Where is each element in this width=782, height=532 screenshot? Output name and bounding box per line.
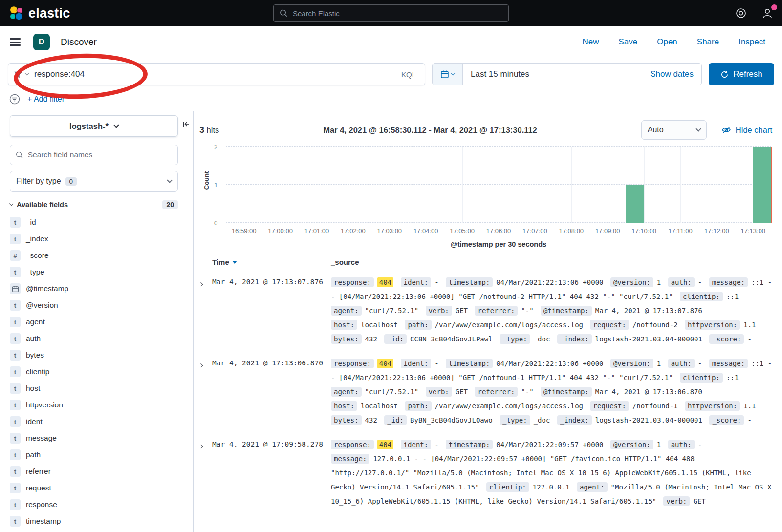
gridline <box>499 147 499 223</box>
source-field-name: bytes: <box>331 415 362 425</box>
chevron-down-icon <box>451 71 455 75</box>
time-column-sort[interactable]: Time <box>212 258 331 266</box>
sort-desc-icon <box>232 261 237 264</box>
field-item-_index[interactable]: t_index <box>10 231 178 247</box>
index-pattern-label: logstash-* <box>69 122 109 131</box>
nav-action-open[interactable]: Open <box>657 37 677 47</box>
field-item-path[interactable]: tpath <box>10 447 178 463</box>
field-item-agent[interactable]: tagent <box>10 314 178 330</box>
field-search-box[interactable] <box>10 145 178 165</box>
y-axis-tick: 0 <box>214 219 217 227</box>
field-search-input[interactable] <box>28 150 172 159</box>
calendar-menu-button[interactable] <box>433 64 463 85</box>
source-field-value: - <box>747 416 751 424</box>
histogram-bar[interactable] <box>753 147 771 223</box>
gridline <box>608 147 608 223</box>
field-name: _id <box>26 218 36 227</box>
expand-row-icon[interactable] <box>197 357 212 427</box>
source-field-name: auth: <box>668 277 695 287</box>
nav-action-inspect[interactable]: Inspect <box>739 37 765 47</box>
query-input-box[interactable]: KQL <box>8 63 425 85</box>
field-item-httpversion[interactable]: thttpversion <box>10 397 178 413</box>
time-range-button[interactable]: Last 15 minutes <box>463 69 537 79</box>
field-item-referrer[interactable]: treferrer <box>10 463 178 480</box>
field-item-_score[interactable]: #_score <box>10 247 178 264</box>
query-input[interactable] <box>34 69 398 79</box>
nav-action-save[interactable]: Save <box>618 37 637 47</box>
calendar-icon <box>440 70 449 79</box>
field-item-message[interactable]: tmessage <box>10 430 178 447</box>
gridline <box>281 147 281 223</box>
filter-set-icon[interactable] <box>9 93 21 105</box>
elastic-logo[interactable]: elastic <box>9 6 70 21</box>
field-item-_id[interactable]: t_id <box>10 214 178 231</box>
chevron-down-icon <box>113 122 119 128</box>
source-field-name: _index: <box>557 334 592 344</box>
field-item-timestamp[interactable]: ttimestamp <box>10 513 178 530</box>
chart-x-ticks: 16:59:0017:00:0017:01:0017:02:0017:03:00… <box>226 223 771 236</box>
histogram-bar[interactable] <box>626 185 644 223</box>
source-field-name: @version: <box>610 440 653 449</box>
discover-app-badge[interactable]: D <box>33 34 50 50</box>
nav-action-new[interactable]: New <box>582 37 599 47</box>
results-header: 3 hits Mar 4, 2021 @ 16:58:30.112 - Mar … <box>197 119 774 141</box>
show-dates-button[interactable]: Show dates <box>650 69 701 79</box>
source-field-name: ident: <box>401 359 432 368</box>
gridline <box>317 147 317 223</box>
global-search-input[interactable] <box>293 9 502 18</box>
chevron-down-icon <box>167 177 172 183</box>
field-item-clientip[interactable]: tclientip <box>10 363 178 380</box>
field-item-response[interactable]: tresponse <box>10 496 178 513</box>
field-item-@version[interactable]: t@version <box>10 297 178 314</box>
source-field-name: host: <box>331 401 357 411</box>
refresh-button[interactable]: Refresh <box>709 63 774 85</box>
available-fields-toggle[interactable]: Available fields 20 <box>10 200 178 209</box>
string-field-icon: t <box>10 433 21 444</box>
interval-select[interactable]: Auto <box>641 120 707 140</box>
x-axis-tick: 17:11:00 <box>668 227 693 234</box>
source-field-name: verb: <box>426 387 452 397</box>
date-picker: Last 15 minutes Show dates <box>432 63 702 85</box>
saved-queries-button[interactable] <box>14 70 34 79</box>
histogram-chart: Count 012 16:59:0017:00:0017:01:0017:02:… <box>197 147 774 248</box>
field-item-request[interactable]: trequest <box>10 480 178 496</box>
search-icon <box>16 151 23 159</box>
x-axis-tick: 17:12:00 <box>704 227 729 234</box>
chevron-down-icon <box>695 126 701 131</box>
field-item-bytes[interactable]: tbytes <box>10 347 178 363</box>
source-field-name: @timestamp: <box>541 306 592 316</box>
expand-row-icon[interactable] <box>197 438 212 509</box>
date-field-icon <box>10 283 21 294</box>
brand-name: elastic <box>28 6 70 21</box>
expand-row-icon[interactable] <box>197 276 212 346</box>
add-filter-button[interactable]: + Add filter <box>27 95 65 104</box>
cloud-icon[interactable] <box>735 7 747 19</box>
collapse-sidebar-icon[interactable] <box>182 120 190 130</box>
field-item-host[interactable]: thost <box>10 380 178 397</box>
field-item-_type[interactable]: t_type <box>10 264 178 280</box>
field-item-@timestamp[interactable]: @timestamp <box>10 280 178 297</box>
query-language-button[interactable]: KQL <box>398 70 419 79</box>
elastic-logo-icon <box>9 6 23 21</box>
field-name: clientip <box>26 367 49 376</box>
string-field-icon: t <box>10 300 21 311</box>
source-field-value: - <box>747 335 751 343</box>
nav-actions: NewSaveOpenShareInspect <box>582 37 772 47</box>
user-menu[interactable] <box>761 7 773 19</box>
index-pattern-select[interactable]: logstash-* <box>10 115 178 137</box>
field-name: request <box>26 484 51 492</box>
doc-rows: Mar 4, 2021 @ 17:13:07.876response:404 i… <box>197 271 774 514</box>
discover-main: 3 hits Mar 4, 2021 @ 16:58:30.112 - Mar … <box>194 111 782 532</box>
global-search[interactable] <box>273 4 509 22</box>
field-item-ident[interactable]: tident <box>10 413 178 430</box>
source-field-value: "curl/7.52.1" <box>365 307 419 315</box>
field-item-auth[interactable]: tauth <box>10 330 178 347</box>
source-field-name: verb: <box>663 496 690 506</box>
hide-chart-button[interactable]: Hide chart <box>721 125 772 135</box>
x-axis-tick: 17:08:00 <box>559 227 584 234</box>
nav-action-share[interactable]: Share <box>697 37 719 47</box>
menu-icon[interactable] <box>10 38 21 46</box>
filter-by-type-button[interactable]: Filter by type 0 <box>10 171 178 192</box>
string-field-icon: t <box>10 499 21 510</box>
app-nav-bar: D Discover NewSaveOpenShareInspect <box>0 26 782 58</box>
